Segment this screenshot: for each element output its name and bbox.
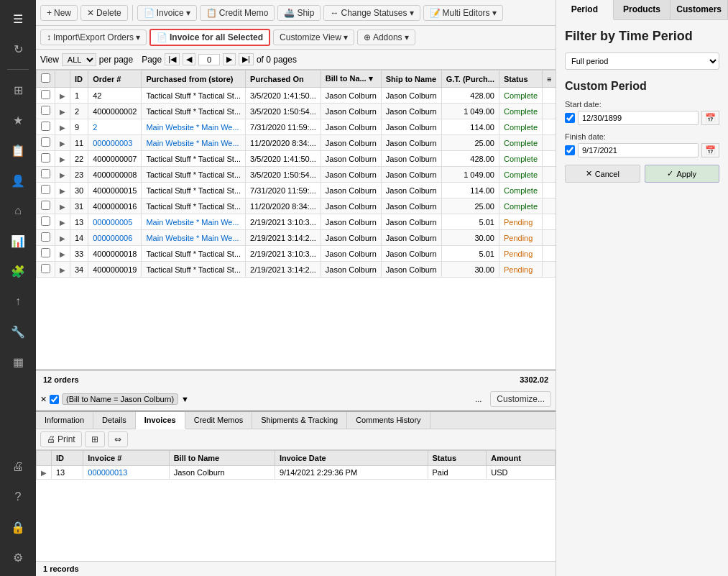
select-all-checkbox[interactable] [41,73,50,83]
tab-invoices[interactable]: Invoices [136,412,185,429]
row-expand-btn[interactable]: ▶ [60,203,65,211]
inv-billto-header[interactable]: Bill to Name [169,451,275,466]
filter-checkbox[interactable] [50,395,59,404]
row-store[interactable]: Main Website * Main We... [142,214,246,230]
table-row[interactable]: ▶ 11 000000003 Main Website * Main We...… [37,135,556,151]
shipto-header[interactable]: Ship to Name [381,70,441,88]
first-page-button[interactable]: |◀ [165,53,180,65]
person-icon[interactable]: 👤 [5,168,31,193]
row-expand-btn[interactable]: ▶ [60,234,65,242]
grid-view-button[interactable]: ⊞ [85,431,105,447]
row-expand-cell[interactable]: ▶ [55,88,70,104]
row-order-num[interactable]: 000000006 [88,230,142,246]
row-checkbox-cell[interactable] [37,135,55,151]
row-checkbox-cell[interactable] [37,151,55,167]
finish-date-calendar-button[interactable]: 📅 [701,143,719,157]
status-header[interactable]: Status [499,70,542,88]
row-expand-cell[interactable]: ▶ [55,262,70,278]
row-expand-cell[interactable]: ▶ [55,119,70,135]
row-checkbox[interactable] [41,185,50,194]
import-export-button[interactable]: ↕ Import\Export Orders ▾ [40,29,147,45]
finish-date-input[interactable] [578,143,699,157]
billto-header[interactable]: Bill to Na... ▾ [321,70,381,88]
table-row[interactable]: ▶ 22 4000000007 Tactical Stuff * Tactica… [37,151,556,167]
row-expand-btn[interactable]: ▶ [60,219,65,227]
invoice-row[interactable]: ▶ 13 000000013 Jason Colburn 9/14/2021 2… [37,466,556,480]
row-expand-cell[interactable]: ▶ [55,135,70,151]
start-date-checkbox[interactable] [565,113,575,123]
page-input[interactable] [198,54,220,65]
row-expand-cell[interactable]: ▶ [55,246,70,262]
row-expand-btn[interactable]: ▶ [60,155,65,163]
panel-tab-customers[interactable]: Customers [671,0,728,19]
table-row[interactable]: ▶ 1 42 Tactical Stuff * Tactical St... 3… [37,88,556,104]
prev-page-button[interactable]: ◀ [183,53,195,65]
chart-icon[interactable]: 📊 [5,228,31,254]
apply-button[interactable]: ✓ Apply [645,165,720,183]
star-icon[interactable]: ★ [5,107,31,133]
row-checkbox-cell[interactable] [37,262,55,278]
start-date-input[interactable] [578,111,699,125]
inv-status-header[interactable]: Status [428,451,487,466]
ship-button[interactable]: 🚢 Ship [277,5,321,21]
inv-expand-btn[interactable]: ▶ [41,469,47,477]
table-row[interactable]: ▶ 34 4000000019 Tactical Stuff * Tactica… [37,262,556,278]
table-row[interactable]: ▶ 31 4000000016 Tactical Stuff * Tactica… [37,198,556,214]
home-icon[interactable]: ⌂ [5,198,31,224]
row-checkbox[interactable] [41,264,50,273]
table-row[interactable]: ▶ 13 000000005 Main Website * Main We...… [37,214,556,230]
row-expand-btn[interactable]: ▶ [60,124,65,132]
gt-header[interactable]: G.T. (Purch... [441,70,499,88]
table-row[interactable]: ▶ 23 4000000008 Tactical Stuff * Tactica… [37,167,556,183]
wrench-icon[interactable]: 🔧 [5,319,31,344]
table-row[interactable]: ▶ 9 2 Main Website * Main We... 7/31/202… [37,119,556,135]
row-checkbox[interactable] [41,137,50,147]
invoice-all-selected-button[interactable]: 📄 Invoice for all Selected [149,29,270,46]
store-header[interactable]: Purchased from (store) [142,70,246,88]
print-icon[interactable]: 🖨 [5,454,31,480]
row-checkbox[interactable] [41,153,50,163]
row-expand-btn[interactable]: ▶ [60,187,65,195]
row-checkbox[interactable] [41,201,50,210]
inv-id-header[interactable]: ID [52,451,83,466]
menu-icon[interactable]: ☰ [5,6,31,32]
row-expand-cell[interactable]: ▶ [55,198,70,214]
invoice-button[interactable]: 📄 Invoice ▾ [137,5,197,21]
customize-filter-button[interactable]: Customize... [490,391,551,407]
table-row[interactable]: ▶ 33 4000000018 Tactical Stuff * Tactica… [37,246,556,262]
addons-button[interactable]: ⊕ Addons ▾ [357,29,415,45]
row-expand-btn[interactable]: ▶ [60,250,65,258]
row-expand-cell[interactable]: ▶ [55,151,70,167]
row-checkbox[interactable] [41,169,50,178]
last-page-button[interactable]: ▶| [239,53,254,65]
view-select[interactable]: ALL [62,53,96,66]
row-expand-btn[interactable]: ▶ [60,108,65,116]
tab-credit-memos[interactable]: Credit Memos [185,412,252,429]
row-expand-cell[interactable]: ▶ [55,104,70,119]
start-date-calendar-button[interactable]: 📅 [701,111,719,125]
row-checkbox[interactable] [41,248,50,257]
row-checkbox[interactable] [41,232,50,242]
row-checkbox[interactable] [41,122,50,131]
select-all-header[interactable] [37,70,55,88]
delete-button[interactable]: ✕ Delete [80,5,128,21]
layers-icon[interactable]: ▦ [5,349,31,375]
settings-icon[interactable]: ⚙ [5,544,31,570]
row-store[interactable]: Main Website * Main We... [142,119,246,135]
row-order-num[interactable]: 000000005 [88,214,142,230]
cancel-button[interactable]: ✕ Cancel [565,165,640,183]
row-expand-cell[interactable]: ▶ [55,183,70,198]
row-checkbox-cell[interactable] [37,230,55,246]
change-statuses-button[interactable]: ↔ Change Statuses ▾ [323,5,420,21]
row-checkbox-cell[interactable] [37,214,55,230]
row-expand-cell[interactable]: ▶ [55,167,70,183]
period-filter-select[interactable]: Full period Today Last 7 days Last 30 da… [565,52,719,70]
inv-num-header[interactable]: Invoice # [83,451,169,466]
row-store[interactable]: Main Website * Main We... [142,230,246,246]
question-icon[interactable]: ? [5,484,31,510]
upload-icon[interactable]: ↑ [5,288,31,314]
customize-view-button[interactable]: Customize View ▾ [273,29,354,45]
panel-tab-period[interactable]: Period [556,0,614,20]
row-checkbox-cell[interactable] [37,183,55,198]
row-order-num[interactable]: 2 [88,119,142,135]
